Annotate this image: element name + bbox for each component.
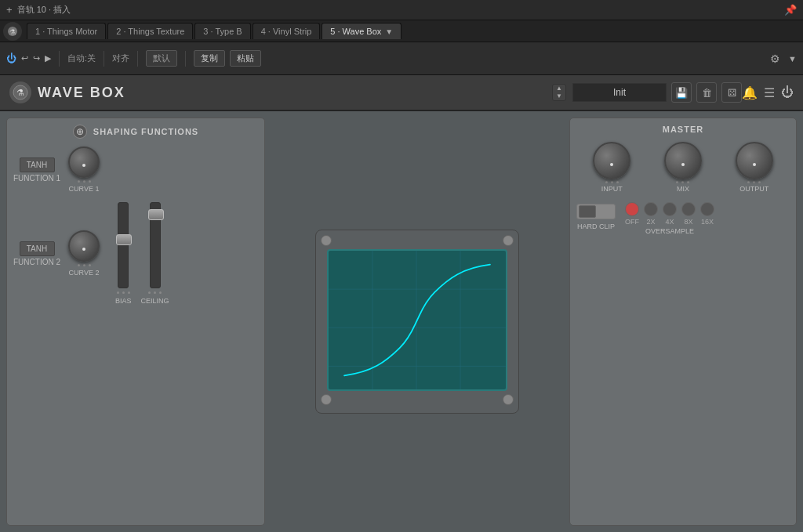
hard-clip-toggle[interactable] <box>576 204 616 219</box>
wave-corner-row-top <box>321 235 514 246</box>
hard-clip-label: HARD CLIP <box>577 223 615 230</box>
os-16x: 16X <box>700 202 714 226</box>
bell-icon[interactable]: 🔔 <box>742 85 758 100</box>
preset-nav-up-down[interactable]: ▲ ▼ <box>552 84 566 100</box>
top-bar-title: 音轨 10 · 插入 <box>17 4 71 16</box>
bias-slider-thumb[interactable] <box>116 234 132 245</box>
menu-icon[interactable]: ☰ <box>764 85 775 100</box>
align-label: 对齐 <box>112 52 129 64</box>
plugin-title: WAVE BOX <box>38 85 552 101</box>
os-2x: 2X <box>644 202 658 226</box>
preset-name: Init <box>572 83 667 102</box>
toggle-thumb <box>579 205 596 218</box>
tab-things-texture[interactable]: 2 · Things Texture <box>107 23 193 39</box>
shaping-panel: ⊕ SHAPING FUNCTIONS TANH FUNCTION 1 CUR <box>6 118 265 526</box>
plugin-logo: ⚗ <box>9 81 31 103</box>
master-header: MASTER <box>576 125 790 134</box>
master-bottom: HARD CLIP OFF 2X 4X <box>576 199 790 235</box>
controls-bar: ⏻ ↩ ↪ ▶ 自动:关 对齐 默认 复制 粘贴 ⚙ ▼ <box>0 42 803 75</box>
preset-action-buttons: 💾 🗑 ⚄ <box>671 82 742 103</box>
paste-button[interactable]: 粘贴 <box>230 50 261 67</box>
undo-icon[interactable]: ↩ <box>21 53 28 63</box>
svg-text:⚗: ⚗ <box>9 28 16 36</box>
input-knob[interactable] <box>593 142 630 179</box>
tab-things-motor[interactable]: 1 · Things Motor <box>27 23 106 39</box>
output-knob[interactable] <box>736 142 773 179</box>
output-label: OUTPUT <box>739 185 768 193</box>
header-right: 🔔 ☰ ⏻ <box>742 85 794 100</box>
curve1-knob[interactable] <box>68 147 100 178</box>
main-content: ⊕ SHAPING FUNCTIONS TANH FUNCTION 1 CUR <box>0 111 803 532</box>
bias-slider-group: BIAS <box>115 202 132 305</box>
curve2-label: CURVE 2 <box>69 269 100 277</box>
tab-wave-box[interactable]: 5 · Wave Box ▼ <box>322 23 402 39</box>
ceiling-slider[interactable] <box>150 202 161 288</box>
master-title: MASTER <box>663 125 703 134</box>
curve1-knob-group: CURVE 1 <box>68 147 100 193</box>
oversample-row: OFF 2X 4X 8X <box>625 202 714 226</box>
function1-type-button[interactable]: TANH <box>20 157 55 172</box>
wave-corner-bl <box>321 394 332 405</box>
power-icon[interactable]: ⏻ <box>6 52 16 64</box>
oversample-group: OFF 2X 4X 8X <box>625 199 714 235</box>
function2-row: TANH FUNCTION 2 CURVE 2 <box>13 202 258 305</box>
os-4x-btn[interactable] <box>663 202 677 216</box>
os-8x: 8X <box>681 202 696 226</box>
gear-icon[interactable]: ⚙ <box>770 52 780 65</box>
svg-text:⚗: ⚗ <box>16 88 24 97</box>
input-knob-group: INPUT <box>593 142 630 193</box>
os-16x-btn[interactable] <box>700 202 714 216</box>
separator4 <box>185 51 186 67</box>
function2-type-button[interactable]: TANH <box>20 241 55 256</box>
wave-corner-row-bottom <box>321 394 514 405</box>
random-preset-button[interactable]: ⚄ <box>721 82 742 103</box>
function1-label: FUNCTION 1 <box>13 174 60 183</box>
function2-label: FUNCTION 2 <box>13 258 60 266</box>
plugin-area: ⚗ WAVE BOX ▲ ▼ Init 💾 🗑 ⚄ 🔔 ☰ ⏻ ⊕ SHAPIN… <box>0 75 803 532</box>
wave-display <box>271 118 563 526</box>
tab-dropdown-arrow[interactable]: ▼ <box>385 27 393 36</box>
curve2-knob[interactable] <box>68 230 100 262</box>
bias-label: BIAS <box>115 297 132 305</box>
os-8x-btn[interactable] <box>681 202 696 216</box>
os-off: OFF <box>625 202 639 226</box>
curve1-label: CURVE 1 <box>69 185 100 193</box>
separator2 <box>104 51 104 67</box>
os-2x-btn[interactable] <box>644 202 658 216</box>
mix-knob-group: MIX <box>664 142 702 193</box>
delete-preset-button[interactable]: 🗑 <box>696 82 717 103</box>
shaping-title: SHAPING FUNCTIONS <box>93 127 198 136</box>
separator <box>59 51 60 67</box>
plugin-header: ⚗ WAVE BOX ▲ ▼ Init 💾 🗑 ⚄ 🔔 ☰ ⏻ <box>0 75 803 111</box>
ceiling-slider-thumb[interactable] <box>148 209 164 220</box>
auto-label: 自动:关 <box>67 52 96 64</box>
plugin-logo-icon: ⚗ <box>3 22 22 41</box>
separator3 <box>137 51 138 67</box>
output-knob-group: OUTPUT <box>736 142 773 193</box>
shaping-add-button[interactable]: ⊕ <box>73 125 87 139</box>
oversample-label: OVERSAMPLE <box>645 227 694 235</box>
mix-knob[interactable] <box>664 142 702 179</box>
gear-dropdown[interactable]: ▼ <box>788 54 797 63</box>
wave-corner-br <box>503 394 514 405</box>
wave-curve <box>329 251 506 389</box>
wave-screen <box>327 249 507 391</box>
os-off-btn[interactable] <box>625 202 639 216</box>
ceiling-label: CEILING <box>141 297 169 305</box>
input-label: INPUT <box>601 185 623 193</box>
tab-bar: ⚗ 1 · Things Motor 2 · Things Texture 3 … <box>0 20 803 42</box>
wave-corner-tr <box>503 235 514 246</box>
shaping-header: ⊕ SHAPING FUNCTIONS <box>13 125 258 139</box>
copy-button[interactable]: 复制 <box>194 50 225 67</box>
pin-icon[interactable]: 📌 <box>784 4 797 16</box>
power-off-icon[interactable]: ⏻ <box>781 85 794 100</box>
bias-slider[interactable] <box>118 202 129 288</box>
tab-vinyl-strip[interactable]: 4 · Vinyl Strip <box>253 23 321 39</box>
os-4x: 4X <box>663 202 677 226</box>
curve2-knob-group: CURVE 2 <box>68 230 100 277</box>
tab-type-b[interactable]: 3 · Type B <box>194 23 250 39</box>
forward-icon[interactable]: ▶ <box>45 53 51 63</box>
save-preset-button[interactable]: 💾 <box>671 82 692 103</box>
redo-icon[interactable]: ↪ <box>33 53 40 63</box>
add-icon[interactable]: + <box>6 4 13 16</box>
